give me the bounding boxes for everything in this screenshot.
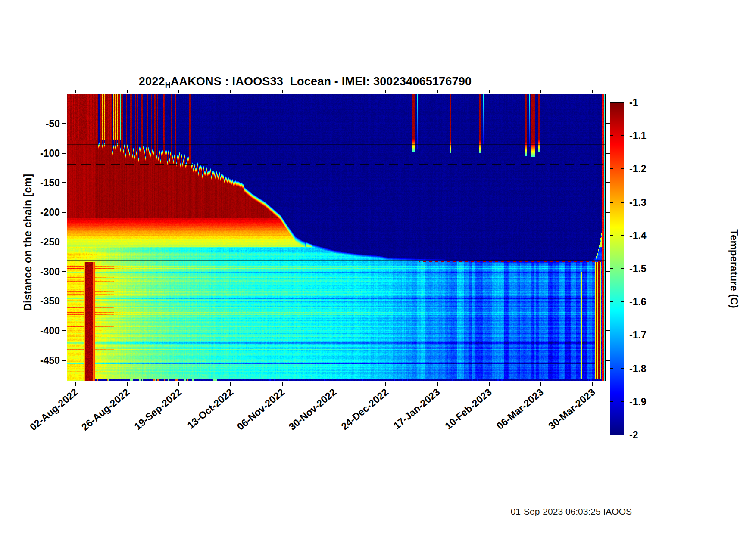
- y-tick-right: [606, 360, 610, 361]
- y-tick-right: [606, 212, 610, 213]
- y-tick-right: [606, 271, 610, 272]
- colorbar-tick-label: -1.5: [629, 263, 647, 275]
- x-tick-label-text: 30-Mar-2023: [546, 386, 597, 432]
- x-tick-label-text: 10-Feb-2023: [443, 386, 494, 432]
- colorbar-tick: [610, 202, 613, 203]
- x-tick-top: [540, 90, 541, 93]
- x-tick-label-text: 06-Nov-2022: [235, 386, 287, 433]
- y-tick-left: [62, 330, 66, 331]
- x-tick-top: [385, 90, 386, 93]
- x-tick-top: [489, 90, 490, 93]
- y-tick-label: -350: [29, 295, 60, 307]
- y-tick-label: -150: [29, 177, 60, 189]
- y-tick-label: -450: [29, 354, 60, 366]
- colorbar-tick: [610, 135, 613, 136]
- colorbar-tick-label: -1.9: [629, 396, 647, 407]
- y-tick-left: [62, 212, 66, 213]
- x-tick-top: [282, 90, 283, 93]
- colorbar-tick: [621, 335, 624, 335]
- colorbar-tick: [610, 368, 613, 369]
- y-tick-label: -100: [29, 147, 60, 159]
- x-tick-bottom: [385, 382, 386, 386]
- chart-title: 2022HAAKONS : IAOOS33 Locean - IMEI: 300…: [139, 75, 472, 90]
- colorbar-tick: [610, 268, 613, 269]
- colorbar-tick: [621, 401, 624, 402]
- x-tick-top: [592, 90, 593, 93]
- colorbar-tick-label: -1.8: [629, 363, 647, 374]
- x-tick-label-text: 30-Nov-2022: [287, 386, 339, 433]
- x-tick-label-text: 24-Dec-2022: [339, 386, 390, 432]
- y-tick-right: [606, 330, 610, 331]
- x-tick-bottom: [334, 382, 334, 386]
- x-tick-top: [178, 90, 179, 93]
- y-tick-label: -50: [29, 118, 60, 129]
- colorbar-tick: [610, 301, 613, 302]
- title-year: 2022: [139, 75, 165, 88]
- x-tick-bottom: [437, 382, 438, 386]
- colorbar-label: Temperature (C): [728, 229, 740, 308]
- x-tick-label-text: 26-Aug-2022: [79, 386, 132, 433]
- y-tick-label: -300: [29, 266, 60, 277]
- colorbar-tick-label: -1.2: [629, 163, 647, 175]
- x-tick-label-text: 02-Aug-2022: [28, 386, 80, 433]
- y-tick-right: [606, 301, 610, 301]
- colorbar-tick: [621, 268, 624, 269]
- colorbar-tick: [621, 368, 624, 369]
- colorbar-tick-label: -1.3: [629, 196, 647, 208]
- y-tick-label: -400: [29, 325, 60, 337]
- title-subscript: H: [165, 81, 171, 90]
- y-tick-right: [606, 153, 610, 154]
- colorbar-tick-label: -1.1: [629, 130, 647, 142]
- x-tick-bottom: [127, 382, 128, 386]
- timestamp: 01-Sep-2023 06:03:25 IAOOS: [511, 506, 632, 517]
- colorbar-tick: [621, 235, 624, 236]
- y-tick-right: [606, 182, 610, 183]
- x-tick-top: [230, 90, 231, 93]
- colorbar-tick-label: -1.4: [629, 230, 647, 241]
- colorbar-tick: [610, 168, 613, 169]
- colorbar-tick-label: -1.7: [629, 329, 647, 341]
- colorbar-tick-label: -2: [629, 429, 638, 441]
- x-tick-top: [75, 90, 76, 93]
- colorbar-tick: [610, 401, 613, 402]
- colorbar-tick-label: -1.6: [629, 296, 647, 308]
- x-tick-label-text: 13-Oct-2022: [185, 386, 235, 432]
- colorbar-tick: [621, 168, 624, 169]
- y-tick-left: [62, 153, 66, 154]
- x-tick-bottom: [75, 382, 76, 386]
- y-tick-left: [62, 271, 66, 272]
- x-tick-bottom: [540, 382, 541, 386]
- x-tick-bottom: [282, 382, 283, 386]
- title-main: AAKONS : IAOOS33 Locean - IMEI: 30023406…: [171, 75, 472, 88]
- x-tick-label-text: 17-Jan-2023: [391, 386, 442, 432]
- colorbar-tick: [621, 135, 624, 136]
- x-tick-bottom: [489, 382, 490, 386]
- x-tick-bottom: [592, 382, 593, 386]
- colorbar-tick: [621, 202, 624, 203]
- y-tick-left: [62, 242, 66, 242]
- y-tick-right: [606, 242, 610, 242]
- y-tick-left: [62, 182, 66, 183]
- figure-root: 2022HAAKONS : IAOOS33 Locean - IMEI: 300…: [0, 0, 756, 534]
- x-tick-top: [334, 90, 334, 93]
- y-tick-label: -200: [29, 207, 60, 218]
- x-tick-top: [437, 90, 438, 93]
- x-tick-label-text: 06-Mar-2023: [494, 386, 546, 432]
- y-tick-left: [62, 123, 66, 124]
- heatmap-canvas: [67, 94, 606, 381]
- y-tick-left: [62, 360, 66, 361]
- colorbar-tick-label: -1: [629, 97, 638, 109]
- y-tick-label: -250: [29, 236, 60, 248]
- colorbar-tick: [610, 335, 613, 335]
- y-tick-left: [62, 301, 66, 301]
- x-tick-bottom: [230, 382, 231, 386]
- colorbar-tick: [610, 235, 613, 236]
- x-tick-top: [127, 90, 128, 93]
- x-tick-bottom: [178, 382, 179, 386]
- y-tick-right: [606, 123, 610, 124]
- colorbar-tick: [621, 301, 624, 302]
- x-tick-label-text: 19-Sep-2022: [132, 386, 184, 432]
- plot-area: [67, 94, 606, 381]
